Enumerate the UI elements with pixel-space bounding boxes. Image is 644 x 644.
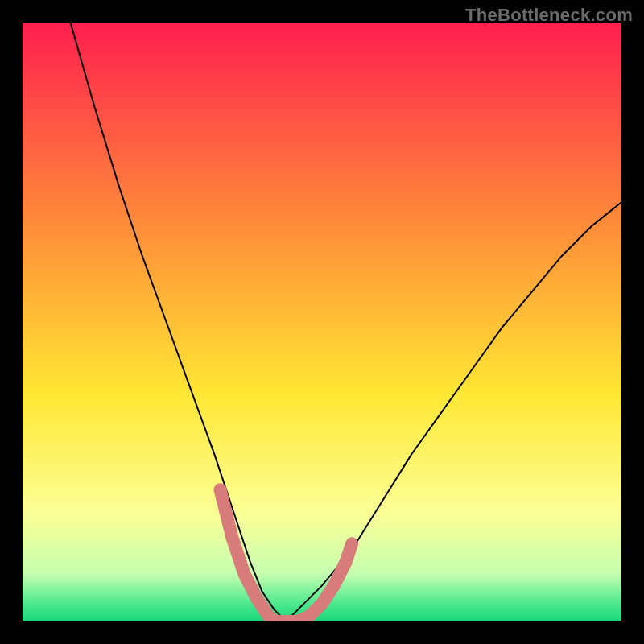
watermark-text: TheBottleneck.com [465,5,633,26]
plot-area [23,23,621,621]
chart-svg [23,23,621,621]
chart-frame: TheBottleneck.com [0,0,644,644]
gradient-background [23,23,621,621]
